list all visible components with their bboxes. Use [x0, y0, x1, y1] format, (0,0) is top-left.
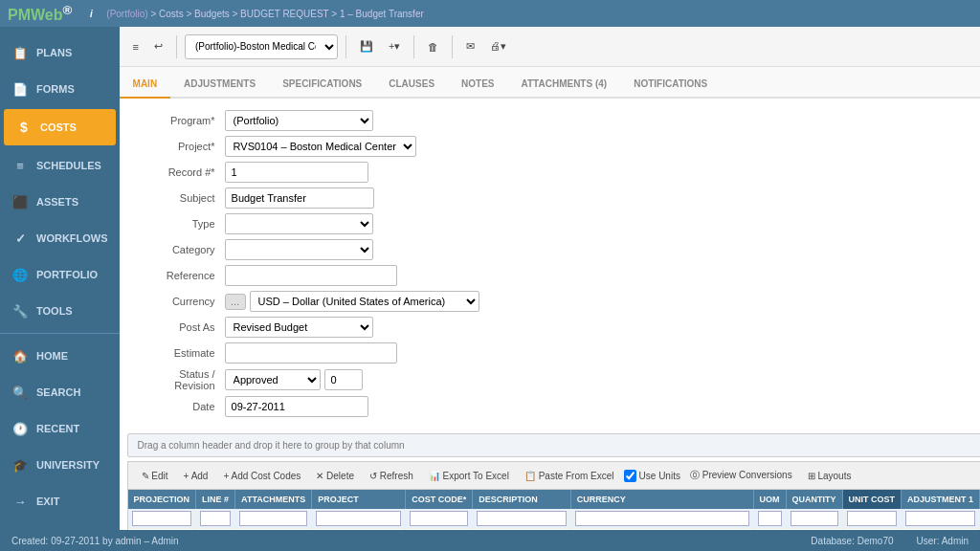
sidebar-item-university[interactable]: 🎓 UNIVERSITY [0, 447, 120, 483]
list-view-button[interactable]: ≡ [127, 37, 145, 56]
refresh-button[interactable]: ↺ Refresh [364, 468, 419, 484]
status-select[interactable]: Approved [225, 369, 321, 390]
delete-button[interactable]: 🗑 [422, 37, 444, 56]
tab-main[interactable]: MAIN [120, 71, 171, 99]
layouts-button[interactable]: ⊞ Layouts [802, 468, 858, 484]
subject-label: Subject [139, 192, 225, 204]
program-select[interactable]: (Portfolio) [225, 110, 373, 131]
add-button[interactable]: +▾ [383, 36, 406, 56]
record-input[interactable] [225, 162, 368, 183]
grid-header-row: PROJECTION LINE # ATTACHMENTS PROJECT CO… [128, 490, 980, 509]
currency-label: Currency [139, 296, 225, 307]
sidebar-label-home: HOME [36, 350, 68, 362]
top-bar: PMWeb® i (Portfolio) > Costs > Budgets >… [0, 0, 980, 27]
sidebar-item-costs[interactable]: $ COSTS [4, 109, 116, 145]
sidebar-item-home[interactable]: 🏠 HOME [0, 338, 120, 374]
sidebar-label-assets: ASSETS [36, 196, 78, 208]
assets-icon: ⬛ [11, 193, 29, 210]
sidebar-item-workflows[interactable]: ✓ WORKFLOWS [0, 220, 120, 256]
main-scroll-area: Program* (Portfolio) Project* RVS0104 – … [120, 99, 980, 530]
sidebar-item-schedules[interactable]: ≡ SCHEDULES [0, 147, 120, 184]
add-row-button[interactable]: + Add [178, 468, 214, 484]
project-label: Project* [139, 141, 225, 152]
form-row-record: Record #* [139, 162, 980, 183]
filter-line-input[interactable] [200, 511, 231, 526]
sidebar-item-recent[interactable]: 🕐 RECENT [0, 410, 120, 447]
reference-input[interactable] [225, 265, 397, 286]
database-info: Database: Demo70 [811, 536, 893, 546]
tab-notes[interactable]: NOTES [448, 71, 507, 99]
filter-cost-code-input[interactable] [410, 511, 468, 526]
add-cost-codes-button[interactable]: + Add Cost Codes [217, 468, 306, 484]
currency-row: … USD – Dollar (United States of America… [225, 291, 479, 312]
project-select-field[interactable]: RVS0104 – Boston Medical Center [225, 136, 416, 157]
category-select[interactable] [225, 239, 373, 260]
status-right: Database: Demo70 User: Admin [811, 536, 969, 546]
estimate-input[interactable] [225, 342, 397, 364]
paste-excel-button[interactable]: 📋 Paste From Excel [519, 468, 620, 484]
sidebar-item-exit[interactable]: → EXIT [0, 483, 120, 519]
project-select[interactable]: (Portfolio)-Boston Medical Center - 1 [185, 34, 338, 59]
filter-projection [128, 509, 196, 529]
edit-button[interactable]: ✎ Edit [136, 468, 174, 484]
sidebar-item-forms[interactable]: 📄 FORMS [0, 71, 120, 107]
use-units-checkbox[interactable] [624, 470, 636, 482]
col-quantity: QUANTITY [786, 490, 842, 509]
form-row-category: Category [139, 239, 980, 260]
tab-attachments[interactable]: ATTACHMENTS (4) [508, 71, 621, 99]
filter-desc-input[interactable] [477, 511, 567, 526]
use-units-label[interactable]: Use Units [624, 470, 680, 482]
grid-toolbar: ✎ Edit + Add + Add Cost Codes ✕ Delete ↺… [127, 461, 980, 489]
tab-specifications[interactable]: SPECIFICATIONS [269, 71, 375, 99]
grid-table: PROJECTION LINE # ATTACHMENTS PROJECT CO… [128, 490, 980, 530]
filter-uom-input[interactable] [758, 511, 782, 526]
date-input[interactable] [225, 396, 368, 417]
tab-clauses[interactable]: CLAUSES [375, 71, 448, 99]
post-as-select[interactable]: Revised Budget [225, 317, 373, 338]
toolbar-sep4 [452, 35, 453, 58]
currency-select[interactable]: USD – Dollar (United States of America) [250, 291, 479, 312]
undo-button[interactable]: ↩ [148, 36, 168, 56]
form-area: Program* (Portfolio) Project* RVS0104 – … [120, 99, 980, 433]
sidebar-item-portfolio[interactable]: 🌐 PORTFOLIO [0, 256, 120, 293]
tab-adjustments[interactable]: ADJUSTMENTS [170, 71, 269, 99]
sidebar-item-plans[interactable]: 📋 PLANS [0, 34, 120, 71]
sidebar-label-university: UNIVERSITY [36, 459, 100, 471]
filter-uom [753, 509, 786, 529]
sidebar-label-plans: PLANS [36, 47, 72, 58]
filter-adj1-input[interactable] [905, 511, 975, 526]
breadcrumb-portfolio[interactable]: (Portfolio) [106, 9, 147, 19]
content-area: ≡ ↩ (Portfolio)-Boston Medical Center - … [120, 27, 980, 530]
print-button[interactable]: 🖨▾ [484, 36, 512, 56]
form-row-currency: Currency … USD – Dollar (United States o… [139, 291, 980, 312]
preview-conversions-button[interactable]: ⓪ Preview Conversions [684, 466, 798, 485]
forms-icon: 📄 [11, 80, 29, 98]
col-attachments: ATTACHMENTS [235, 490, 312, 509]
currency-picker-button[interactable]: … [225, 294, 246, 310]
tab-notifications[interactable]: NOTIFICATIONS [620, 71, 721, 99]
filter-qty [786, 509, 842, 529]
sidebar-item-assets[interactable]: ⬛ ASSETS [0, 184, 120, 220]
reference-label: Reference [139, 270, 225, 281]
type-select[interactable] [225, 213, 373, 234]
email-button[interactable]: ✉ [460, 36, 480, 56]
subject-input[interactable] [225, 187, 374, 209]
sidebar-item-tools[interactable]: 🔧 TOOLS [0, 293, 120, 329]
save-button[interactable]: 💾 [354, 36, 379, 56]
filter-desc [473, 509, 571, 529]
filter-qty-input[interactable] [791, 511, 838, 526]
filter-attach-input[interactable] [239, 511, 307, 526]
revision-input[interactable] [324, 369, 363, 390]
filter-unit-cost-input[interactable] [847, 511, 898, 526]
info-icon[interactable]: i [83, 6, 99, 21]
post-as-label: Post As [139, 321, 225, 333]
filter-project-input[interactable] [316, 511, 401, 526]
delete-row-button[interactable]: ✕ Delete [310, 468, 360, 484]
sidebar-item-search[interactable]: 🔍 SEARCH [0, 374, 120, 410]
col-cost-code: COST CODE* [406, 490, 473, 509]
sidebar-divider [0, 333, 120, 334]
filter-projection-input[interactable] [132, 511, 192, 526]
record-label: Record #* [139, 166, 225, 178]
filter-currency-input[interactable] [575, 511, 749, 526]
export-excel-button[interactable]: 📊 Export To Excel [423, 468, 515, 484]
